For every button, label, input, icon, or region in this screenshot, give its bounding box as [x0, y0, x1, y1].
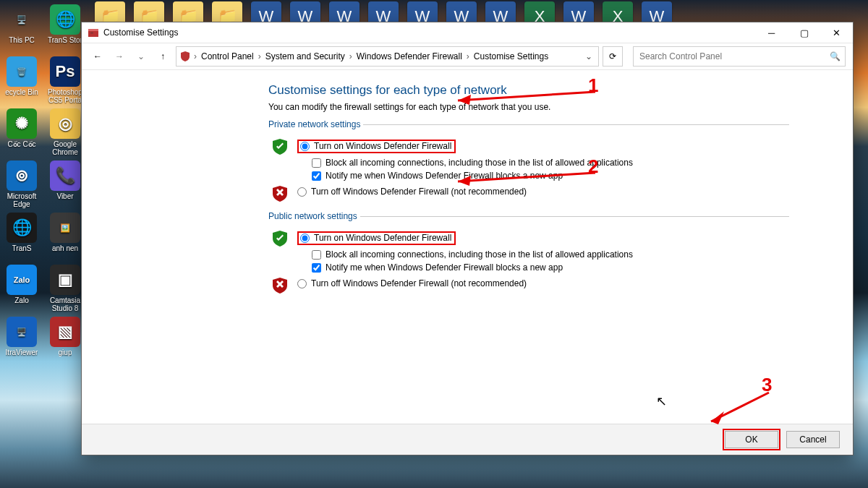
- annotation-2: 2: [588, 155, 598, 178]
- desktop-icon[interactable]: 🖥️ItraViewer: [1, 317, 42, 366]
- public-turn-on-label: Turn on Windows Defender Firewall: [314, 233, 451, 243]
- page-heading: Customise settings for each type of netw…: [268, 83, 789, 98]
- ok-highlight: OK: [723, 429, 780, 450]
- private-block-input[interactable]: [312, 158, 321, 168]
- annotation-1: 1: [588, 74, 598, 97]
- private-turn-off-radio[interactable]: Turn off Windows Defender Firewall (not …: [297, 187, 789, 197]
- settings-panel: Customise settings for each type of netw…: [268, 83, 789, 303]
- breadcrumb-2[interactable]: Windows Defender Firewall: [355, 51, 464, 61]
- cursor-icon: ↖: [656, 393, 667, 409]
- search-input[interactable]: [638, 51, 830, 62]
- svg-marker-8: [711, 411, 724, 424]
- desktop-icon[interactable]: ▧giup: [45, 317, 85, 366]
- breadcrumb-1[interactable]: System and Security: [264, 51, 346, 61]
- desktop-icon[interactable]: 🌐TranS: [1, 213, 42, 262]
- ok-button[interactable]: OK: [725, 431, 778, 448]
- shield-red-icon: [271, 277, 289, 294]
- desktop-icons: 🖥️This PC🌐TranS Stor🗑️ecycle BinPsPhotos…: [0, 3, 87, 367]
- content-area: Customise settings for each type of netw…: [82, 70, 853, 455]
- desktop-icon[interactable]: ◎Google Chrome: [45, 108, 85, 158]
- private-turn-on-label: Turn on Windows Defender Firewall: [314, 141, 451, 151]
- public-block-label: Block all incoming connections, includin…: [326, 249, 633, 260]
- cancel-button[interactable]: Cancel: [786, 431, 840, 448]
- desktop: 🖥️This PC🌐TranS Stor🗑️ecycle BinPsPhotos…: [0, 0, 868, 488]
- dialog-footer: OK Cancel: [82, 424, 853, 455]
- private-legend: Private network settings: [268, 119, 363, 129]
- navbar: ← → ⌄ ↑ › Control Panel › System and Sec…: [82, 43, 853, 70]
- desktop-icon[interactable]: 🗑️ecycle Bin: [1, 56, 42, 106]
- minimize-button[interactable]: ─: [755, 22, 788, 43]
- maximize-button[interactable]: ▢: [788, 22, 820, 43]
- desktop-icon[interactable]: 📞Viber: [45, 160, 85, 210]
- private-turn-on-radio[interactable]: Turn on Windows Defender Firewall: [297, 140, 456, 153]
- shield-green-icon: [271, 230, 289, 247]
- desktop-icon[interactable]: ⊚Microsoft Edge: [1, 160, 42, 210]
- refresh-button[interactable]: ⟳: [603, 46, 623, 67]
- firewall-icon: [88, 27, 99, 38]
- private-notify-input[interactable]: [312, 171, 321, 181]
- address-dropdown-icon[interactable]: ⌄: [582, 51, 595, 61]
- public-turn-on-radio[interactable]: Turn on Windows Defender Firewall: [297, 231, 456, 245]
- private-block-label: Block all incoming connections, includin…: [326, 158, 633, 168]
- private-turn-off-label: Turn off Windows Defender Firewall (not …: [311, 187, 527, 197]
- close-button[interactable]: ✕: [820, 22, 853, 43]
- control-panel-window: Customise Settings ─ ▢ ✕ ← → ⌄ ↑ › Contr…: [81, 22, 854, 455]
- public-turn-off-input[interactable]: [297, 279, 307, 288]
- private-turn-on-input[interactable]: [300, 142, 310, 151]
- private-notify-check[interactable]: Notify me when Windows Defender Firewall…: [312, 171, 789, 181]
- desktop-icon[interactable]: 🌐TranS Stor: [45, 4, 85, 53]
- desktop-icon[interactable]: 🖥️This PC: [1, 4, 42, 53]
- public-notify-check[interactable]: Notify me when Windows Defender Firewall…: [312, 262, 789, 273]
- chevron-right-icon: ›: [258, 51, 261, 61]
- public-notify-input[interactable]: [312, 263, 321, 273]
- shield-red-icon: [271, 185, 289, 202]
- address-bar[interactable]: › Control Panel › System and Security › …: [176, 46, 599, 67]
- search-icon: 🔍: [830, 51, 841, 61]
- chevron-right-icon: ›: [349, 51, 352, 61]
- desktop-icon[interactable]: ✺Cốc Cốc: [1, 108, 42, 158]
- public-turn-off-label: Turn off Windows Defender Firewall (not …: [311, 278, 527, 288]
- desktop-icon[interactable]: PsPhotoshop CS5 Porta: [45, 56, 85, 106]
- public-legend: Public network settings: [268, 211, 360, 221]
- public-block-input[interactable]: [312, 250, 321, 260]
- public-turn-off-radio[interactable]: Turn off Windows Defender Firewall (not …: [297, 278, 789, 288]
- svg-line-7: [711, 393, 769, 421]
- titlebar[interactable]: Customise Settings ─ ▢ ✕: [82, 22, 853, 43]
- search-box[interactable]: 🔍: [633, 46, 846, 67]
- public-group: Public network settings Turn on Windows …: [268, 211, 789, 296]
- up-button[interactable]: ↑: [154, 48, 171, 65]
- page-subtitle: You can modify the firewall settings for…: [268, 102, 789, 112]
- chevron-right-icon: ›: [194, 51, 197, 61]
- public-notify-label: Notify me when Windows Defender Firewall…: [326, 262, 563, 273]
- svg-rect-1: [88, 29, 98, 31]
- annotation-3: 3: [762, 374, 772, 396]
- back-button[interactable]: ←: [89, 48, 106, 65]
- private-block-check[interactable]: Block all incoming connections, includin…: [312, 158, 789, 168]
- desktop-icon[interactable]: ZaloZalo: [1, 265, 42, 314]
- private-group: Private network settings Turn on Windows…: [268, 119, 789, 204]
- window-title: Customise Settings: [103, 27, 178, 38]
- breadcrumb-3[interactable]: Customise Settings: [472, 51, 550, 61]
- shield-green-icon: [271, 138, 289, 155]
- public-block-check[interactable]: Block all incoming connections, includin…: [312, 249, 789, 260]
- desktop-icon[interactable]: 🖼️anh nen: [45, 213, 85, 262]
- public-turn-on-input[interactable]: [300, 234, 310, 243]
- recent-drop-icon[interactable]: ⌄: [132, 48, 150, 65]
- breadcrumb-0[interactable]: Control Panel: [200, 51, 255, 61]
- shield-icon: [179, 51, 191, 62]
- private-notify-label: Notify me when Windows Defender Firewall…: [326, 171, 563, 181]
- forward-button[interactable]: →: [111, 48, 128, 65]
- private-turn-off-input[interactable]: [297, 187, 307, 197]
- desktop-icon[interactable]: ▣Camtasia Studio 8: [45, 265, 85, 314]
- chevron-right-icon: ›: [467, 51, 469, 61]
- svg-rect-2: [90, 32, 93, 34]
